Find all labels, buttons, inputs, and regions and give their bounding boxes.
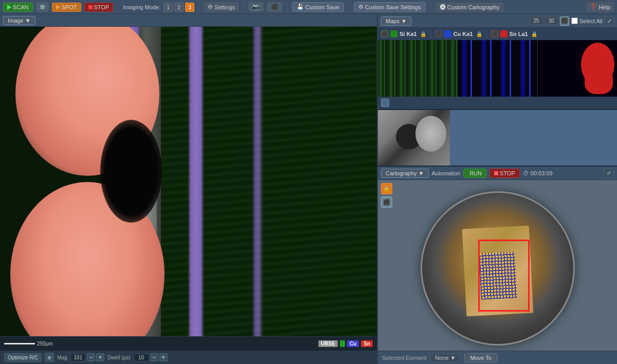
channel-sep-1 <box>430 30 431 38</box>
sn-tag[interactable]: Sn <box>361 340 373 347</box>
floppy-icon: 💾 <box>297 4 304 10</box>
selected-element-dropdown[interactable]: None ▼ <box>430 354 460 362</box>
maps-header: Maps ▼ 25 30 ⬛ Select All ⤢ <box>378 14 617 28</box>
spot-label: SPOT <box>62 4 77 10</box>
carto-stop-button[interactable]: STOP <box>489 169 520 178</box>
move-to-label: Move To <box>470 355 491 361</box>
settings-button[interactable]: ⚙ Settings <box>204 2 239 12</box>
maps-icon-btn[interactable]: ⬛ <box>560 16 569 26</box>
crosshair-icon-btn[interactable]: ⊕ <box>45 353 54 362</box>
microscope-image[interactable] <box>0 27 377 336</box>
custom-save-button[interactable]: 💾 Custom Save <box>292 2 344 12</box>
custom-cartography-button[interactable]: 🅐 Custom Cartography <box>435 3 504 12</box>
carto-stop-icon <box>494 171 498 175</box>
dwell-increase-button[interactable]: + <box>159 353 168 361</box>
clock-icon: ⏱ <box>523 170 529 176</box>
nav-lock-button[interactable]: 🔒 <box>381 183 392 194</box>
mode-2-button[interactable]: 2 <box>174 3 184 12</box>
mag-label: Mag <box>57 355 67 360</box>
scale-bar: 250μm <box>4 341 53 347</box>
ubse-tag[interactable]: UBSE <box>318 340 338 347</box>
dwell-label: Dwell (μs) <box>107 355 131 360</box>
scan-label: SCAN <box>13 4 29 10</box>
image-dropdown[interactable]: Image ▼ <box>3 16 35 25</box>
automation-label: Automation <box>432 170 461 176</box>
custom-save-settings-button[interactable]: ⚙ Custom Save Settings <box>354 2 426 12</box>
spot-play-icon <box>56 5 60 10</box>
dwell-value: 10 <box>134 354 149 361</box>
scale-line <box>4 343 35 344</box>
bse-thumbnail-section <box>378 110 617 167</box>
select-all-checkbox[interactable] <box>571 17 578 24</box>
maps-bottom <box>378 97 617 109</box>
optimize-button[interactable]: Optimize R/C <box>4 353 42 362</box>
mag-value: 331 <box>70 354 86 361</box>
sn-lock-icon: 🔒 <box>531 31 537 37</box>
overlay-tags: UBSE Cu Sn <box>318 340 373 347</box>
help-button[interactable]: ❓ Help <box>586 2 614 12</box>
map-thumb-cu[interactable] <box>458 40 537 97</box>
mag-increase-button[interactable]: + <box>96 353 104 361</box>
stop-label: STOP <box>94 4 110 10</box>
dwell-decrease-button[interactable]: − <box>150 353 158 361</box>
cu-tag[interactable]: Cu <box>347 340 359 347</box>
si-color-swatch <box>390 30 397 38</box>
maps-num-30[interactable]: 30 <box>545 17 558 25</box>
cu-map-visual <box>458 40 537 97</box>
cartography-dropdown[interactable]: Cartography ▼ <box>381 169 429 178</box>
mag-decrease-button[interactable]: − <box>87 353 95 361</box>
maps-stack-button[interactable] <box>381 99 389 107</box>
map-thumb-si[interactable] <box>378 40 458 97</box>
maps-num-25[interactable]: 25 <box>530 17 543 25</box>
cartography-header: Cartography ▼ Automation RUN STOP ⏱ 00:0… <box>378 167 617 180</box>
separator-6 <box>430 2 431 12</box>
cartography-label: Cartography <box>386 170 417 176</box>
sn-channel-name: Sn La1 <box>510 31 528 37</box>
cart-icon: 🅐 <box>440 4 446 10</box>
si-tag[interactable] <box>340 340 345 347</box>
purple-band-right <box>188 27 204 336</box>
settings-label: Settings <box>214 4 235 10</box>
timer-value: 00:03:09 <box>531 170 553 176</box>
record-button[interactable]: ⬛ <box>267 2 282 12</box>
separator-4 <box>287 2 287 12</box>
mag-stepper: 331 − + <box>70 353 104 361</box>
map-thumb-sn[interactable] <box>538 40 617 97</box>
separator-2 <box>199 2 199 12</box>
separator-5 <box>349 2 349 12</box>
mode-1-button[interactable]: 1 <box>164 3 173 12</box>
camera-button[interactable]: 📷 <box>248 2 264 12</box>
run-button[interactable]: RUN <box>463 169 486 178</box>
image-bottom-bar: 250μm UBSE Cu Sn <box>0 336 377 351</box>
cartography-section: Cartography ▼ Automation RUN STOP ⏱ 00:0… <box>378 167 617 364</box>
maps-dropdown[interactable]: Maps ▼ <box>381 16 411 26</box>
custom-save-label: Custom Save <box>305 4 339 10</box>
si-stack-icon[interactable]: ⬛ <box>381 30 388 38</box>
nav-square-button[interactable]: ⬛ <box>381 196 392 208</box>
imaging-modes: 1 2 3 <box>164 3 194 12</box>
bse-thumb-image[interactable] <box>378 110 450 166</box>
nav-icons: 🔒 ⬛ <box>381 183 392 208</box>
cu-lock-icon: 🔒 <box>476 31 482 37</box>
sn-stack-icon[interactable]: ⬛ <box>491 30 498 38</box>
move-to-button[interactable]: Move To <box>464 353 497 362</box>
maps-expand-button[interactable]: ⤢ <box>605 16 614 26</box>
grid-button[interactable]: ⊞ <box>36 2 49 12</box>
sn-blob-2 <box>585 68 613 94</box>
spot-button[interactable]: SPOT <box>52 3 81 12</box>
maps-section: Maps ▼ 25 30 ⬛ Select All ⤢ ⬛ <box>378 14 617 110</box>
si-channel-name: Si Ka1 <box>400 31 417 37</box>
main-layout: Image ▼ 250μm <box>0 14 617 364</box>
carto-expand-button[interactable]: ⤢ <box>604 168 614 178</box>
channel-si: ⬛ Si Ka1 🔒 <box>381 30 426 38</box>
mode-3-button[interactable]: 3 <box>185 3 194 12</box>
settings-gear-icon: ⚙ <box>208 4 213 10</box>
cartography-viewport[interactable]: 🔒 ⬛ <box>378 180 617 351</box>
cu-stack-icon[interactable]: ⬛ <box>435 30 442 38</box>
stop-button[interactable]: STOP <box>84 3 114 12</box>
scan-button[interactable]: SCAN <box>3 3 33 12</box>
bse-light-circle <box>415 116 446 152</box>
imaging-mode-label: Imaging Mode: <box>123 4 160 10</box>
cu-color-swatch <box>444 30 451 38</box>
run-label: RUN <box>469 170 482 176</box>
